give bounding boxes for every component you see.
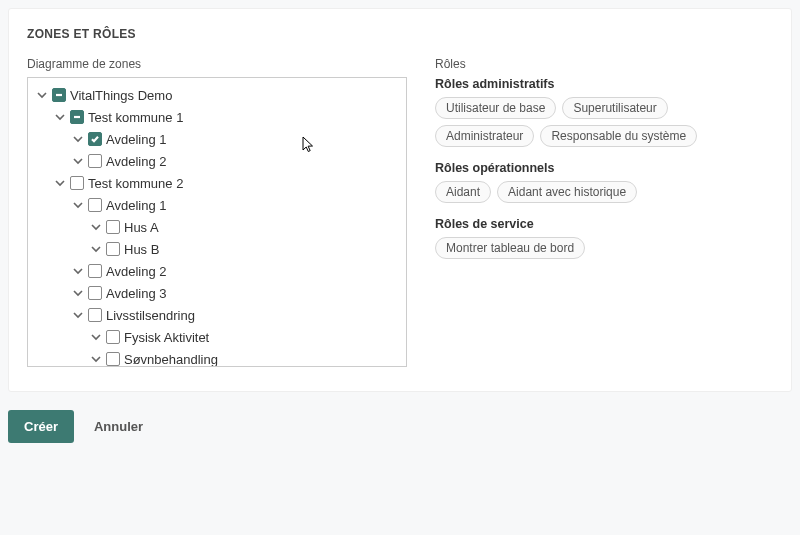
- tree-node-k1-avd1[interactable]: Avdeling 1: [70, 128, 402, 150]
- role-chip[interactable]: Montrer tableau de bord: [435, 237, 585, 259]
- tree-node-label: Avdeling 3: [106, 286, 166, 301]
- cancel-button[interactable]: Annuler: [94, 419, 143, 434]
- roles-operational-title: Rôles opérationnels: [435, 161, 773, 175]
- tree-node-label: Søvnbehandling: [124, 352, 218, 367]
- chevron-down-icon[interactable]: [72, 287, 84, 299]
- roles-group-service: Rôles de service Montrer tableau de bord: [435, 217, 773, 259]
- role-chip[interactable]: Aidant: [435, 181, 491, 203]
- tree-checkbox[interactable]: [88, 154, 102, 168]
- tree-checkbox[interactable]: [106, 330, 120, 344]
- roles-column: Rôles Rôles administratifs Utilisateur d…: [435, 57, 773, 367]
- tree-checkbox[interactable]: [106, 242, 120, 256]
- chevron-down-icon[interactable]: [54, 111, 66, 123]
- tree-node-label: Hus B: [124, 242, 159, 257]
- roles-group-operational: Rôles opérationnels AidantAidant avec hi…: [435, 161, 773, 203]
- footer-actions: Créer Annuler: [0, 400, 800, 443]
- tree-checkbox[interactable]: [88, 308, 102, 322]
- tree-checkbox[interactable]: [88, 132, 102, 146]
- chevron-down-icon[interactable]: [72, 199, 84, 211]
- chevron-down-icon[interactable]: [72, 265, 84, 277]
- chevron-down-icon[interactable]: [90, 331, 102, 343]
- panel-title: ZONES ET RÔLES: [27, 27, 773, 41]
- tree-checkbox[interactable]: [52, 88, 66, 102]
- tree-node-label: Avdeling 1: [106, 132, 166, 147]
- tree-node-kommune1[interactable]: Test kommune 1: [52, 106, 402, 128]
- tree-node-label: Hus A: [124, 220, 159, 235]
- chevron-down-icon[interactable]: [36, 89, 48, 101]
- role-chip[interactable]: Administrateur: [435, 125, 534, 147]
- tree-node-k2-husB[interactable]: Hus B: [88, 238, 402, 260]
- tree-node-fysisk[interactable]: Fysisk Aktivitet: [88, 326, 402, 348]
- tree-node-k1-avd2[interactable]: Avdeling 2: [70, 150, 402, 172]
- roles-group-admin: Rôles administratifs Utilisateur de base…: [435, 77, 773, 147]
- chevron-down-icon[interactable]: [54, 177, 66, 189]
- create-button[interactable]: Créer: [8, 410, 74, 443]
- tree-node-k2-avd3[interactable]: Avdeling 3: [70, 282, 402, 304]
- tree-node-label: Fysisk Aktivitet: [124, 330, 209, 345]
- chevron-down-icon[interactable]: [90, 243, 102, 255]
- tree-node-label: Test kommune 2: [88, 176, 183, 191]
- role-chip[interactable]: Utilisateur de base: [435, 97, 556, 119]
- tree-node-label: Avdeling 1: [106, 198, 166, 213]
- tree-checkbox[interactable]: [106, 352, 120, 366]
- tree-checkbox[interactable]: [106, 220, 120, 234]
- chevron-down-icon[interactable]: [72, 155, 84, 167]
- tree-node-k2-avd2[interactable]: Avdeling 2: [70, 260, 402, 282]
- roles-section-label: Rôles: [435, 57, 773, 71]
- chevron-down-icon[interactable]: [90, 353, 102, 365]
- roles-service-title: Rôles de service: [435, 217, 773, 231]
- tree-checkbox[interactable]: [88, 286, 102, 300]
- tree-node-label: Avdeling 2: [106, 264, 166, 279]
- role-chip[interactable]: Responsable du système: [540, 125, 697, 147]
- tree-checkbox[interactable]: [70, 110, 84, 124]
- tree-checkbox[interactable]: [88, 264, 102, 278]
- zone-tree[interactable]: VitalThings DemoTest kommune 1Avdeling 1…: [27, 77, 407, 367]
- role-chip[interactable]: Aidant avec historique: [497, 181, 637, 203]
- tree-node-label: VitalThings Demo: [70, 88, 172, 103]
- tree-node-label: Livsstilsendring: [106, 308, 195, 323]
- zones-roles-panel: ZONES ET RÔLES Diagramme de zones VitalT…: [8, 8, 792, 392]
- tree-checkbox[interactable]: [88, 198, 102, 212]
- tree-node-sovn[interactable]: Søvnbehandling: [88, 348, 402, 367]
- chevron-down-icon[interactable]: [90, 221, 102, 233]
- tree-node-kommune2[interactable]: Test kommune 2: [52, 172, 402, 194]
- tree-checkbox[interactable]: [70, 176, 84, 190]
- chevron-down-icon[interactable]: [72, 133, 84, 145]
- tree-node-label: Test kommune 1: [88, 110, 183, 125]
- tree-node-vitalthings[interactable]: VitalThings Demo: [34, 84, 402, 106]
- tree-node-k2-husA[interactable]: Hus A: [88, 216, 402, 238]
- tree-node-label: Avdeling 2: [106, 154, 166, 169]
- tree-node-k2-avd1[interactable]: Avdeling 1: [70, 194, 402, 216]
- role-chip[interactable]: Superutilisateur: [562, 97, 667, 119]
- zones-section-label: Diagramme de zones: [27, 57, 407, 71]
- zones-column: Diagramme de zones VitalThings DemoTest …: [27, 57, 407, 367]
- roles-admin-title: Rôles administratifs: [435, 77, 773, 91]
- chevron-down-icon[interactable]: [72, 309, 84, 321]
- tree-node-livsstil[interactable]: Livsstilsendring: [70, 304, 402, 326]
